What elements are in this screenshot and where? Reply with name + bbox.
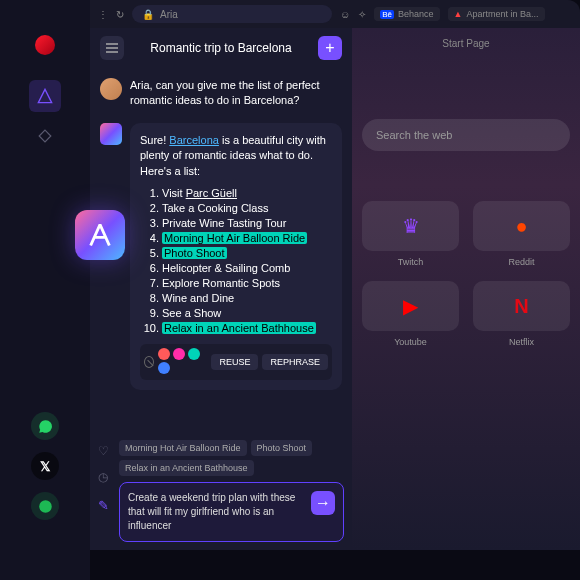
speed-dial-tile[interactable]: NNetflix [473, 281, 570, 347]
top-bar: ⋮ ↻ 🔒 Aria ☺ ✧ Bē Behance ▲ Apartment in… [90, 0, 580, 28]
tile-label: Reddit [508, 257, 534, 267]
speed-dial-tile[interactable]: ▶Youtube [362, 281, 459, 347]
tile-label: Twitch [398, 257, 424, 267]
settings-icon[interactable]: ✧ [358, 9, 366, 20]
chat-body: Aria, can you give me the list of perfec… [90, 68, 352, 432]
tab-behance[interactable]: Bē Behance [374, 7, 439, 21]
send-button[interactable]: → [311, 491, 335, 515]
color-swatch[interactable] [188, 348, 200, 360]
list-item: Take a Cooking Class [162, 202, 332, 214]
search-web-input[interactable]: Search the web [362, 119, 570, 151]
list-item: Photo Shoot [162, 247, 332, 259]
action-bar: REUSE REPHRASE [140, 344, 332, 380]
speed-dial-tile[interactable]: ♛Twitch [362, 201, 459, 267]
history-icon[interactable]: ◷ [98, 470, 109, 484]
aria-sidebar-icon[interactable] [29, 80, 61, 112]
list-item: Wine and Dine [162, 292, 332, 304]
aria-message: Sure! Barcelona is a beautiful city with… [100, 123, 342, 390]
more-icon[interactable]: ⋮ [98, 9, 108, 20]
spotify-icon[interactable] [31, 492, 59, 520]
list-item: See a Show [162, 307, 332, 319]
compose-icon[interactable]: ✎ [98, 498, 109, 513]
list-item: Helicopter & Sailing Comb [162, 262, 332, 274]
svg-point-0 [39, 500, 52, 513]
favorite-icon[interactable]: ♡ [98, 444, 109, 458]
color-swatch[interactable] [158, 362, 170, 374]
compose-text: Create a weekend trip plan with these th… [128, 491, 303, 533]
user-avatar-icon [100, 78, 122, 100]
list-item: Relax in an Ancient Bathhouse [162, 322, 332, 334]
no-color-icon[interactable] [144, 356, 154, 368]
suggestion-chip[interactable]: Relax in an Ancient Bathhouse [119, 460, 254, 476]
compose-input[interactable]: Create a weekend trip plan with these th… [119, 482, 344, 542]
list-link[interactable]: Parc Güell [186, 187, 237, 199]
highlighted-item[interactable]: Photo Shoot [162, 247, 227, 259]
reddit-icon: ● [473, 201, 570, 251]
aria-floating-icon[interactable] [75, 210, 125, 260]
tile-label: Netflix [509, 337, 534, 347]
main-panel: ⋮ ↻ 🔒 Aria ☺ ✧ Bē Behance ▲ Apartment in… [90, 0, 580, 550]
highlighted-item[interactable]: Relax in an Ancient Bathhouse [162, 322, 316, 334]
address-bar[interactable]: 🔒 Aria [132, 5, 332, 23]
list-item: Private Wine Tasting Tour [162, 217, 332, 229]
chat-title: Romantic trip to Barcelona [134, 41, 308, 55]
tab-apartment[interactable]: ▲ Apartment in Ba... [448, 7, 545, 21]
device-base [40, 550, 580, 580]
list-item: Explore Romantic Spots [162, 277, 332, 289]
speed-dial-tile[interactable]: ●Reddit [473, 201, 570, 267]
lock-icon: 🔒 [142, 9, 154, 20]
chat-header: Romantic trip to Barcelona + [90, 28, 352, 68]
user-message: Aria, can you give me the list of perfec… [100, 78, 342, 109]
list-item: Morning Hot Air Balloon Ride [162, 232, 332, 244]
chat-panel: Romantic trip to Barcelona + Aria, can y… [90, 28, 352, 550]
chat-bottom: ♡ ◷ ✎ Morning Hot Air Balloon RidePhoto … [90, 432, 352, 550]
suggestion-chips: Morning Hot Air Balloon RidePhoto ShootR… [119, 440, 344, 476]
color-swatch[interactable] [158, 348, 170, 360]
sidebar-left: 𝕏 [0, 0, 90, 580]
tile-label: Youtube [394, 337, 427, 347]
new-chat-button[interactable]: + [318, 36, 342, 60]
rephrase-button[interactable]: REPHRASE [262, 354, 328, 370]
youtube-icon: ▶ [362, 281, 459, 331]
speed-dial-tiles: ♛Twitch●Reddit▶YoutubeNNetflix [352, 181, 580, 367]
color-swatch[interactable] [173, 348, 185, 360]
suggestion-chip[interactable]: Photo Shoot [251, 440, 313, 456]
twitch-icon: ♛ [362, 201, 459, 251]
list-item: Visit Parc Güell [162, 187, 332, 199]
reuse-button[interactable]: REUSE [211, 354, 258, 370]
x-icon[interactable]: 𝕏 [31, 452, 59, 480]
start-page: Start Page Search the web ♛Twitch●Reddit… [352, 28, 580, 550]
reload-icon[interactable]: ↻ [116, 9, 124, 20]
netflix-icon: N [473, 281, 570, 331]
barcelona-link[interactable]: Barcelona [169, 134, 219, 146]
ideas-list: Visit Parc GüellTake a Cooking ClassPriv… [140, 187, 332, 334]
address-title: Aria [160, 9, 178, 20]
user-message-text: Aria, can you give me the list of perfec… [130, 78, 342, 109]
aria-reply: Sure! Barcelona is a beautiful city with… [130, 123, 342, 390]
whatsapp-icon[interactable] [31, 412, 59, 440]
menu-button[interactable] [100, 36, 124, 60]
suggestion-chip[interactable]: Morning Hot Air Balloon Ride [119, 440, 247, 456]
aria-avatar-icon [100, 123, 122, 145]
start-page-label: Start Page [352, 28, 580, 59]
sidebar-diamond-icon[interactable] [29, 120, 61, 152]
opera-logo-icon[interactable] [35, 35, 55, 55]
highlighted-item[interactable]: Morning Hot Air Balloon Ride [162, 232, 307, 244]
face-icon[interactable]: ☺ [340, 9, 350, 20]
